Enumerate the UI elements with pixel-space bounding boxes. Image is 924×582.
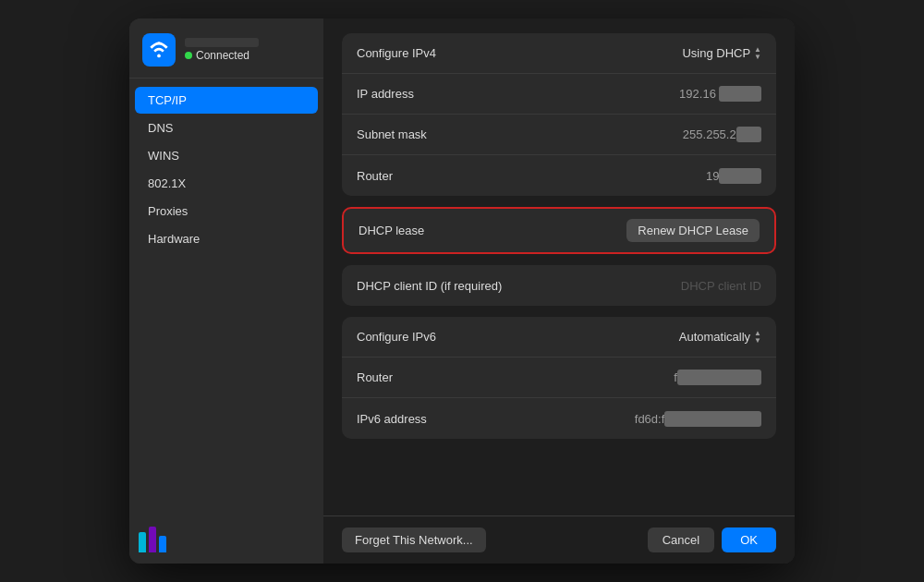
renew-dhcp-lease-button[interactable]: Renew DHCP Lease xyxy=(626,219,760,242)
dhcp-lease-label: DHCP lease xyxy=(359,224,424,237)
sidebar-nav: TCP/IP DNS WINS 802.1X Proxies Hardware xyxy=(129,79,323,512)
router-ipv6-value: f•••••••••••••••••••• xyxy=(674,370,761,384)
router-ipv6-row: Router f•••••••••••••••••••• xyxy=(342,358,776,398)
configure-ipv6-value: Automatically xyxy=(679,330,750,344)
sidebar-item-8021x[interactable]: 802.1X xyxy=(135,170,318,197)
wifi-icon xyxy=(149,40,169,60)
configure-ipv4-value: Using DHCP xyxy=(682,46,750,60)
configure-ipv6-select[interactable]: Automatically ▲ ▼ xyxy=(679,330,761,345)
router-ipv6-label: Router xyxy=(357,370,393,384)
sidebar-item-dns-label: DNS xyxy=(148,121,173,135)
configure-ipv6-row: Configure IPv6 Automatically ▲ ▼ xyxy=(342,317,776,358)
ipv6-card: Configure IPv6 Automatically ▲ ▼ Router … xyxy=(342,317,776,439)
subnet-mask-value: 255.255.2•••••• xyxy=(683,127,761,141)
configure-ipv4-label: Configure IPv4 xyxy=(357,46,436,60)
chart-bar-2 xyxy=(149,527,156,552)
activity-chart-icon xyxy=(139,523,166,552)
content-area: Configure IPv4 Using DHCP ▲ ▼ IP address… xyxy=(323,18,795,515)
connection-status: Connected xyxy=(185,49,259,62)
select-arrows-icon: ▲ ▼ xyxy=(754,46,761,61)
ipv4-card: Configure IPv4 Using DHCP ▲ ▼ IP address… xyxy=(342,33,776,196)
sidebar-item-wins-label: WINS xyxy=(148,149,179,163)
settings-window: Connected TCP/IP DNS WINS 802.1X Proxies… xyxy=(129,18,795,564)
sidebar-item-tcpip-label: TCP/IP xyxy=(148,93,187,107)
sidebar-item-tcpip[interactable]: TCP/IP xyxy=(135,87,318,114)
ipv6-address-row: IPv6 address fd6d:f•••••••••••••••••••••… xyxy=(342,398,776,439)
sidebar-item-proxies-label: Proxies xyxy=(148,204,188,218)
ipv6-address-value: fd6d:f••••••••••••••••••••••• xyxy=(635,412,761,426)
dhcp-client-label: DHCP client ID (if required) xyxy=(357,279,502,293)
dhcp-lease-row: DHCP lease Renew DHCP Lease xyxy=(344,209,774,252)
sidebar-item-wins[interactable]: WINS xyxy=(135,142,318,169)
wifi-icon-container xyxy=(142,33,176,67)
configure-ipv4-select[interactable]: Using DHCP ▲ ▼ xyxy=(682,46,761,61)
router-row: Router 19•••••••••• xyxy=(342,155,776,196)
ipv6-address-label: IPv6 address xyxy=(357,412,427,426)
status-dot xyxy=(185,52,192,59)
svg-point-0 xyxy=(157,55,161,58)
subnet-mask-label: Subnet mask xyxy=(357,127,427,141)
configure-ipv6-label: Configure IPv6 xyxy=(357,330,436,344)
sidebar: Connected TCP/IP DNS WINS 802.1X Proxies… xyxy=(129,18,323,564)
sidebar-item-dns[interactable]: DNS xyxy=(135,115,318,141)
chart-bar-1 xyxy=(139,532,146,552)
sidebar-footer xyxy=(129,512,323,564)
ip-address-value: 192.16 •••••••••• xyxy=(679,87,761,101)
sidebar-header-text: Connected xyxy=(185,38,259,62)
network-name-blur xyxy=(185,38,259,47)
dhcp-lease-card: DHCP lease Renew DHCP Lease xyxy=(342,207,776,254)
sidebar-item-8021x-label: 802.1X xyxy=(148,176,186,190)
ip-address-row: IP address 192.16 •••••••••• xyxy=(342,74,776,115)
ok-button[interactable]: OK xyxy=(722,527,776,552)
subnet-mask-row: Subnet mask 255.255.2•••••• xyxy=(342,115,776,155)
main-content: Configure IPv4 Using DHCP ▲ ▼ IP address… xyxy=(323,18,795,564)
status-label: Connected xyxy=(196,49,249,62)
dhcp-client-placeholder[interactable]: DHCP client ID xyxy=(681,279,761,293)
dhcp-client-card: DHCP client ID (if required) DHCP client… xyxy=(342,265,776,306)
router-label: Router xyxy=(357,169,393,183)
bottom-bar: Forget This Network... Cancel OK xyxy=(323,515,795,564)
cancel-button[interactable]: Cancel xyxy=(648,527,714,552)
chart-bar-3 xyxy=(159,536,166,552)
action-buttons: Cancel OK xyxy=(648,527,776,552)
router-value: 19•••••••••• xyxy=(706,169,761,183)
configure-ipv4-row: Configure IPv4 Using DHCP ▲ ▼ xyxy=(342,33,776,74)
sidebar-item-proxies[interactable]: Proxies xyxy=(135,198,318,224)
sidebar-item-hardware-label: Hardware xyxy=(148,232,200,246)
ip-address-label: IP address xyxy=(357,87,414,101)
sidebar-header: Connected xyxy=(129,18,323,79)
ipv6-select-arrows-icon: ▲ ▼ xyxy=(754,330,761,345)
sidebar-item-hardware[interactable]: Hardware xyxy=(135,225,318,252)
forget-network-button[interactable]: Forget This Network... xyxy=(342,527,486,552)
dhcp-client-row: DHCP client ID (if required) DHCP client… xyxy=(342,265,776,306)
